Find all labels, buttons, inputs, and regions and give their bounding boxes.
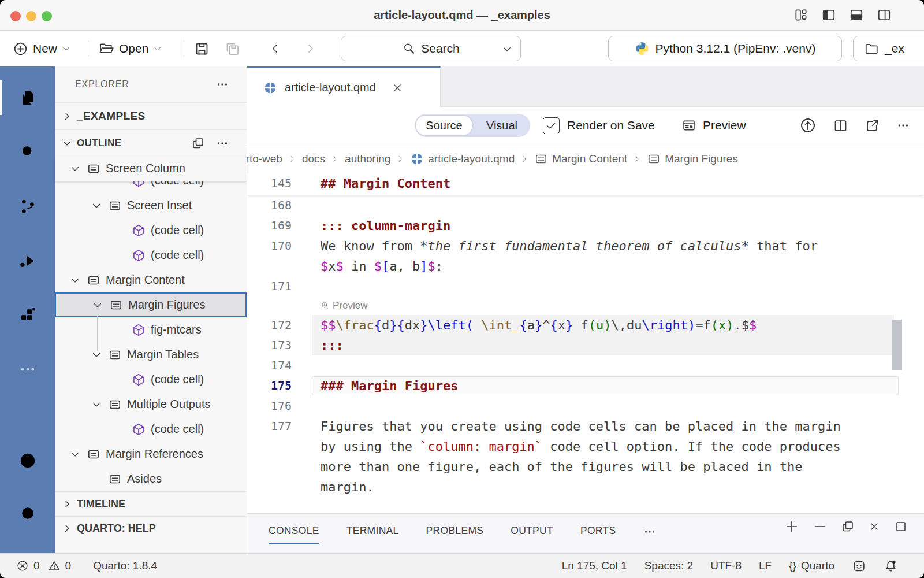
code-line-173[interactable]: 173::: xyxy=(247,335,924,355)
code-line-174[interactable]: 174 xyxy=(247,355,924,376)
workspace-button[interactable]: _ex xyxy=(853,36,924,61)
open-button[interactable]: Open xyxy=(98,31,162,66)
code-line-170[interactable]: 170We know from *the first fundamental t… xyxy=(247,236,924,256)
sidebar-section-examples[interactable]: _EXAMPLES xyxy=(55,102,247,129)
outline-item--code-cell-[interactable]: (code cell) xyxy=(55,218,247,243)
panel-tab-console[interactable]: CONSOLE xyxy=(269,514,319,547)
outline-item-margin-references[interactable]: Margin References xyxy=(55,442,247,466)
tab-article-layout[interactable]: article-layout.qmd xyxy=(247,66,441,107)
code-line-wrap[interactable]: margin. xyxy=(247,477,924,497)
outline-item--code-cell-[interactable]: (code cell) xyxy=(55,367,247,392)
sidebar-section-quarto-help[interactable]: QUARTO: HELP xyxy=(55,516,247,547)
outline-item-asides[interactable]: Asides xyxy=(55,466,247,491)
source-mode-button[interactable]: Source xyxy=(416,116,472,135)
new-button[interactable]: New xyxy=(13,31,70,66)
toggle-sidebar-icon[interactable] xyxy=(821,8,836,23)
encoding-status[interactable]: UTF-8 xyxy=(710,560,742,572)
preview-button[interactable]: Preview xyxy=(681,114,746,137)
cursor-position-status[interactable]: Ln 175, Col 1 xyxy=(562,560,627,572)
sidebar-section-timeline[interactable]: TIMELINE xyxy=(55,491,247,516)
open-external-icon[interactable] xyxy=(865,118,880,134)
activity-run-debug-icon[interactable] xyxy=(0,251,55,270)
breadcrumb: arto-webdocsauthoringarticle-layout.qmdM… xyxy=(247,144,924,173)
panel-tab-problems[interactable]: PROBLEMS xyxy=(426,514,484,547)
outline-item--code-cell-[interactable]: (code cell) xyxy=(55,417,247,442)
split-editor-icon[interactable] xyxy=(833,118,848,134)
outline-item-margin-content[interactable]: Margin Content xyxy=(55,268,247,292)
code-line-wrap[interactable]: $x$ in $[a, b]$: xyxy=(247,256,924,276)
panel-tab-ports[interactable]: PORTS xyxy=(580,514,616,547)
outline-item-screen-column[interactable]: Screen Column xyxy=(55,156,247,181)
render-icon[interactable] xyxy=(799,117,817,134)
code-line-175[interactable]: 175### Margin Figures xyxy=(247,376,924,396)
outline-item--code-cell-[interactable]: (code cell) xyxy=(55,181,247,193)
code-line-176[interactable]: 176 xyxy=(247,396,924,416)
toggle-secondary-sidebar-icon[interactable] xyxy=(877,8,892,23)
activity-files-icon[interactable] xyxy=(0,88,55,107)
code-line-177[interactable]: 177Figures that you create using code ce… xyxy=(247,416,924,436)
line-number: 173 xyxy=(247,335,292,355)
panel-tab-terminal[interactable]: TERMINAL xyxy=(346,514,399,547)
breadcrumb-item[interactable]: article-layout.qmd xyxy=(410,152,515,166)
sidebar-section-outline[interactable]: OUTLINE xyxy=(55,129,247,156)
code-line-171[interactable]: 171 xyxy=(247,276,924,297)
activity-search-icon[interactable] xyxy=(0,143,55,161)
save-all-icon[interactable] xyxy=(225,41,240,57)
navigate-forward-icon[interactable] xyxy=(304,42,316,55)
outline-follow-cursor-icon[interactable] xyxy=(191,136,205,150)
notifications-bell-icon[interactable] xyxy=(884,559,898,573)
outline-more-icon[interactable] xyxy=(215,136,229,150)
search-input[interactable]: Search xyxy=(341,36,521,61)
panel-close-icon[interactable] xyxy=(869,521,880,532)
outline-item-multiple-outputs[interactable]: Multiple Outputs xyxy=(55,392,247,417)
code-line-172[interactable]: 172$$\frac{d}{dx}\left( \int_{a}^{x} f(u… xyxy=(247,315,924,335)
code-line-168[interactable]: 168 xyxy=(247,195,924,216)
quarto-version-status[interactable]: Quarto: 1.8.4 xyxy=(93,560,157,572)
breadcrumb-separator xyxy=(632,154,642,164)
breadcrumb-item[interactable]: authoring xyxy=(345,153,390,165)
outline-item-screen-inset[interactable]: Screen Inset xyxy=(55,193,247,218)
customize-layout-icon[interactable] xyxy=(793,8,808,23)
breadcrumb-item[interactable]: docs xyxy=(302,153,325,165)
explorer-more-icon[interactable] xyxy=(215,77,229,91)
code-line-169[interactable]: 169::: column-margin xyxy=(247,216,924,236)
outline-item--code-cell-[interactable]: (code cell) xyxy=(55,243,247,268)
breadcrumb-separator xyxy=(396,154,405,164)
activity-extensions-icon[interactable] xyxy=(0,306,55,324)
save-icon[interactable] xyxy=(194,41,210,57)
navigate-back-icon[interactable] xyxy=(269,42,282,55)
close-tab-icon[interactable] xyxy=(392,82,403,94)
breadcrumb-item[interactable]: arto-web xyxy=(247,153,282,165)
feedback-smiley-icon[interactable] xyxy=(852,559,866,573)
editor-more-icon[interactable] xyxy=(896,118,910,132)
code-line-wrap[interactable]: more than one figure, each of the figure… xyxy=(247,457,924,477)
code-editor[interactable]: 145## Margin Content 168169::: column-ma… xyxy=(247,173,924,522)
chevron-down-icon xyxy=(91,200,108,212)
activity-settings-icon[interactable] xyxy=(0,504,55,523)
outline-item-margin-tables[interactable]: Margin Tables xyxy=(55,342,247,367)
panel-minimize-icon[interactable] xyxy=(813,520,827,533)
editor-scrollbar[interactable] xyxy=(892,320,902,370)
panel-add-icon[interactable] xyxy=(784,519,799,534)
render-on-save-checkbox[interactable] xyxy=(543,117,560,134)
panel-maximize-icon[interactable] xyxy=(894,520,908,533)
toggle-panel-icon[interactable] xyxy=(849,8,864,23)
visual-mode-button[interactable]: Visual xyxy=(474,114,530,136)
outline-item-margin-figures[interactable]: Margin Figures xyxy=(55,292,247,317)
problems-status[interactable]: 0 0 xyxy=(16,560,71,572)
language-mode-status[interactable]: {} Quarto xyxy=(789,560,834,572)
indentation-status[interactable]: Spaces: 2 xyxy=(644,560,694,572)
activity-account-icon[interactable] xyxy=(0,451,55,470)
eol-status[interactable]: LF xyxy=(759,560,772,572)
code-line-wrap[interactable]: by using the `column: margin` code cell … xyxy=(247,436,924,457)
python-interpreter-button[interactable]: Python 3.12.1 (PipEnv: .venv) xyxy=(608,36,842,61)
panel-split-icon[interactable] xyxy=(841,520,855,533)
outline-item-fig-mtcars[interactable]: fig-mtcars xyxy=(55,317,247,342)
activity-more-icon[interactable] xyxy=(0,360,55,379)
panel-more-icon[interactable] xyxy=(643,525,657,539)
breadcrumb-item[interactable]: Margin Figures xyxy=(647,152,738,166)
breadcrumb-item[interactable]: Margin Content xyxy=(534,152,627,166)
activity-source-control-icon[interactable] xyxy=(0,197,55,216)
panel-tab-output[interactable]: OUTPUT xyxy=(511,514,553,547)
codelens-preview[interactable]: Preview xyxy=(247,297,924,315)
